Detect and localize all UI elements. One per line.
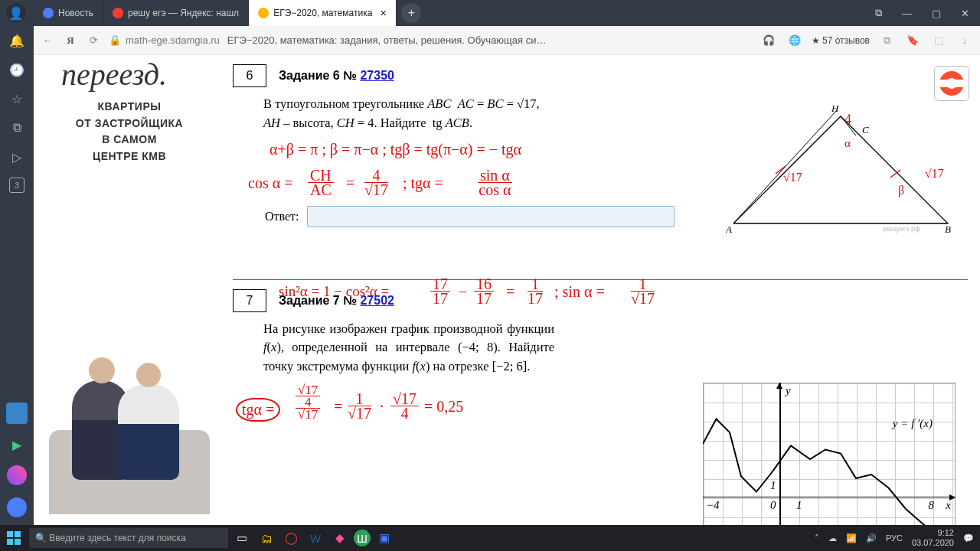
bookmark-icon[interactable]: 🔖: [903, 33, 922, 48]
yandex-browser-icon[interactable]: ◯: [280, 527, 302, 549]
handwriting: 4√17: [364, 168, 388, 197]
x-tick: 8: [929, 499, 935, 512]
ad-banner[interactable]: переезд. КВАРТИРЫ ОТ ЗАСТРОЙЩИКА В САМОМ…: [49, 55, 210, 514]
svg-text:√17: √17: [925, 167, 944, 180]
windows-taskbar: 🔍 Введите здесь текст для поиска ▭ 🗂 ◯ W…: [0, 525, 980, 551]
task-number-box: 6: [233, 64, 266, 87]
start-button[interactable]: [6, 530, 21, 546]
notifications-icon[interactable]: 🔔: [8, 32, 25, 49]
svg-text:решуегэ.рф: решуегэ.рф: [883, 225, 921, 233]
close-tab-icon[interactable]: ✕: [380, 8, 387, 18]
tray-up-icon[interactable]: ˄: [815, 533, 819, 543]
handwriting: ; tgα =: [403, 174, 443, 192]
back-button[interactable]: ←: [40, 33, 55, 48]
close-window-button[interactable]: ✕: [961, 8, 969, 19]
tab-yandex-search[interactable]: решу егэ — Яндекс: нашл: [103, 0, 249, 26]
app2-icon[interactable]: ▣: [374, 527, 395, 549]
yandex-home-button[interactable]: Я: [63, 33, 78, 48]
profile-avatar[interactable]: 👤: [6, 3, 26, 23]
url-display[interactable]: 🔒 math-ege.sdamgia.ru: [109, 34, 220, 46]
media-icon[interactable]: ▷: [8, 148, 25, 165]
clock[interactable]: 9:12 03.07.2020: [912, 528, 954, 547]
handwriting: cos α =: [248, 174, 292, 192]
browser-sidebar: 🔔 🕘 ☆ ⧉ ▷ 3 ▶: [0, 26, 34, 525]
tab-ege-math[interactable]: ЕГЭ−2020, математика ✕: [249, 0, 397, 26]
tab-news[interactable]: Новость: [34, 0, 103, 26]
task-title: Задание 7 № 27502: [279, 294, 394, 308]
language-indicator[interactable]: РУС: [886, 533, 903, 543]
word-icon[interactable]: W: [305, 527, 326, 549]
whiteboard-icon[interactable]: Ш: [354, 530, 371, 546]
taskbar-search[interactable]: 🔍 Введите здесь текст для поиска: [29, 528, 228, 548]
y-axis-label: y: [786, 384, 791, 397]
panel-button[interactable]: ⧉: [875, 7, 882, 19]
x-tick: 0: [770, 499, 776, 512]
browser-titlebar: 👤 Новость решу егэ — Яндекс: нашл ЕГЭ−20…: [0, 0, 980, 26]
handwriting: CHAC: [308, 168, 334, 197]
headphones-icon[interactable]: 🎧: [760, 33, 778, 48]
y-tick: 1: [770, 479, 776, 492]
page-content: переезд. КВАРТИРЫ ОТ ЗАСТРОЙЩИКА В САМОМ…: [34, 55, 980, 525]
tab-label: решу егэ — Яндекс: нашл: [128, 8, 239, 18]
onedrive-icon[interactable]: ☁: [828, 533, 837, 543]
task-number-box: 7: [233, 289, 266, 312]
reload-button[interactable]: ⟳: [86, 33, 101, 48]
tab-favicon: [258, 8, 269, 18]
keyboard-icon[interactable]: [6, 403, 28, 424]
alisa-icon[interactable]: [7, 465, 27, 485]
app-icon[interactable]: ◆: [329, 527, 351, 549]
play-triangle-icon[interactable]: ▶: [8, 436, 25, 453]
sidebar-toggle-icon[interactable]: ⬚: [929, 33, 948, 48]
maximize-button[interactable]: ▢: [932, 8, 941, 19]
notifications-center-icon[interactable]: 💬: [963, 533, 974, 543]
lock-icon: 🔒: [109, 34, 121, 46]
ad-photo: [49, 323, 210, 514]
svg-marker-14: [776, 383, 782, 389]
page-title-text: ЕГЭ−2020, математика: задания, ответы, р…: [227, 34, 547, 46]
address-bar: ← Я ⟳ 🔒 math-ege.sdamgia.ru ЕГЭ−2020, ма…: [0, 26, 980, 55]
download-icon[interactable]: ↓: [956, 33, 974, 48]
ad-slogan: КВАРТИРЫ ОТ ЗАСТРОЙЩИКА В САМОМ ЦЕНТРЕ К…: [49, 99, 210, 165]
x-tick: −4: [706, 499, 720, 512]
tabs-count-icon[interactable]: 3: [9, 178, 24, 193]
svg-text:√17: √17: [783, 171, 802, 184]
x-axis-label: x: [946, 499, 951, 512]
handwriting: =: [334, 398, 342, 416]
svg-text:C: C: [862, 124, 869, 135]
chart-legend: y = f ′(x): [893, 417, 933, 430]
explorer-icon[interactable]: 🗂: [256, 527, 277, 549]
task-7: 7 Задание 7 № 27502 На рисунке изображен…: [233, 280, 972, 386]
task-view-icon[interactable]: ▭: [231, 527, 253, 549]
translate-icon[interactable]: 🌐: [786, 33, 804, 48]
tab-favicon: [113, 8, 123, 18]
task-id-link[interactable]: 27350: [360, 69, 394, 82]
tab-label: Новость: [58, 8, 93, 18]
minimize-button[interactable]: —: [902, 8, 912, 19]
handwriting: =: [346, 174, 354, 192]
handwriting: sin αcos α: [478, 168, 512, 197]
yandex-services-icon[interactable]: [7, 497, 27, 517]
tasks-area: 6 Задание 6 № 27350 В тупоугольном треуг…: [233, 55, 972, 386]
new-tab-button[interactable]: +: [401, 3, 421, 23]
network-icon[interactable]: 📶: [846, 533, 857, 543]
derivative-chart: y x −4 0 1 8 1 y = f ′(x): [703, 383, 956, 525]
svg-text:β: β: [898, 184, 904, 197]
ad-script-text: переезд.: [49, 55, 210, 99]
history-icon[interactable]: 🕘: [8, 61, 25, 78]
reviews-badge[interactable]: ★ 57 отзывов: [812, 35, 870, 46]
volume-icon[interactable]: 🔊: [866, 533, 877, 543]
collections-icon[interactable]: ⧉: [8, 119, 25, 136]
handwriting: ·: [380, 398, 384, 416]
system-tray[interactable]: ˄ ☁ 📶 🔊 РУС 9:12 03.07.2020 💬: [815, 528, 974, 547]
window-controls: ⧉ — ▢ ✕: [864, 7, 980, 19]
svg-text:H: H: [831, 103, 839, 114]
handwriting: √174: [390, 392, 419, 420]
handwriting: = 0,25: [424, 398, 463, 416]
tab-label: ЕГЭ−2020, математика: [273, 8, 372, 18]
answer-input[interactable]: [307, 206, 675, 227]
svg-text:A: A: [726, 223, 732, 235]
svg-text:4: 4: [844, 112, 851, 127]
favorites-icon[interactable]: ☆: [8, 90, 25, 107]
extension-icon[interactable]: ⧉: [877, 33, 896, 48]
task-id-link[interactable]: 27502: [360, 294, 394, 307]
